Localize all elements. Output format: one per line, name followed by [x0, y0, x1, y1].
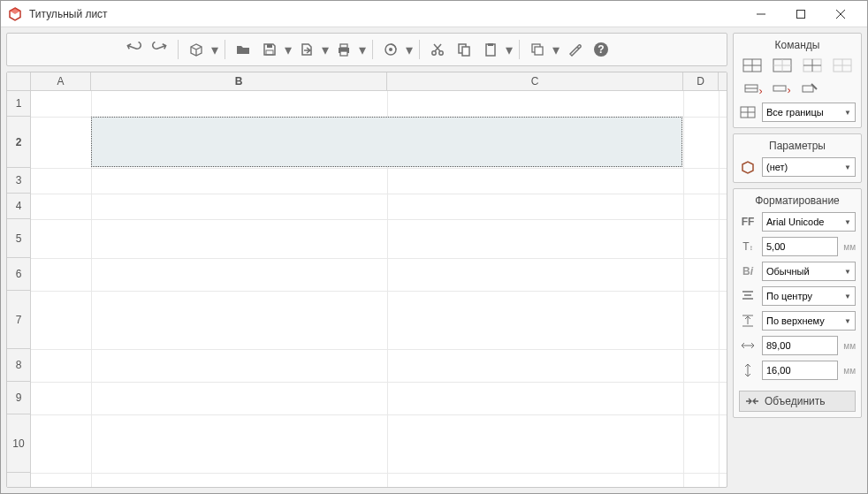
svg-rect-22: [535, 47, 543, 55]
undo-button[interactable]: [121, 37, 146, 62]
open-button[interactable]: [231, 37, 255, 62]
col-header-D[interactable]: D: [683, 72, 719, 90]
row-header-1[interactable]: 1: [7, 91, 30, 117]
text-size-unit: мм: [843, 242, 856, 252]
row-header-10[interactable]: 10: [7, 414, 30, 473]
row-header-3[interactable]: 3: [7, 168, 30, 194]
text-size-input[interactable]: 5,00: [762, 237, 838, 256]
font-select-value: Arial Unicode: [766, 217, 824, 227]
maximize-button[interactable]: [780, 1, 820, 27]
border-grid-icon: [739, 103, 757, 121]
col-header-B[interactable]: B: [91, 72, 387, 90]
halign-icon: [739, 287, 757, 305]
font-icon: FF: [739, 213, 757, 231]
delete-col-icon[interactable]: ✕: [769, 80, 794, 97]
halign-select-value: По центру: [766, 291, 812, 301]
settings-button[interactable]: [562, 37, 587, 62]
col-header-A[interactable]: A: [31, 72, 91, 90]
preview-dropdown[interactable]: ▾: [405, 37, 414, 62]
box-button[interactable]: [184, 37, 209, 62]
row-header-2[interactable]: 2: [7, 117, 30, 168]
border-none-icon[interactable]: [830, 57, 855, 74]
border-outer-icon[interactable]: [770, 57, 795, 74]
valign-select-value: По верхнему: [766, 315, 825, 326]
text-size-icon: T↕: [739, 238, 757, 255]
paste-button[interactable]: [478, 37, 503, 62]
svg-rect-10: [340, 51, 347, 56]
close-button[interactable]: [820, 1, 860, 27]
svg-rect-42: [803, 86, 813, 92]
params-select[interactable]: (нет)▼: [762, 157, 856, 177]
format-panel: Форматирование FF Arial Unicode▼ T↕ 5,00…: [733, 188, 862, 418]
row-header-4[interactable]: 4: [7, 194, 30, 219]
weight-select-value: Обычный: [766, 266, 810, 277]
row-header-7[interactable]: 7: [7, 291, 30, 349]
print-dropdown[interactable]: ▾: [358, 37, 367, 62]
row-header-6[interactable]: 6: [7, 258, 30, 291]
spreadsheet-grid[interactable]: ABCD 12345678910: [6, 72, 727, 488]
border-all-icon[interactable]: [740, 57, 765, 74]
merge-icon: [745, 396, 759, 407]
format-title: Форматирование: [739, 194, 856, 207]
delete-row-icon[interactable]: ✕: [741, 80, 765, 97]
box-dropdown[interactable]: ▾: [210, 37, 219, 62]
main-toolbar: ▾ ▾ ▾ ▾ ▾ ▾ ▾ ?: [121, 37, 613, 62]
border-inner-icon[interactable]: [800, 57, 825, 74]
selected-cell[interactable]: [91, 117, 682, 167]
params-select-value: (нет): [766, 162, 788, 172]
params-title: Параметры: [739, 140, 856, 152]
cut-button[interactable]: [425, 37, 450, 62]
svg-rect-20: [488, 43, 493, 46]
help-button[interactable]: ?: [589, 37, 613, 62]
redo-button[interactable]: [148, 37, 172, 62]
app-icon: [8, 7, 22, 21]
valign-icon: [739, 312, 757, 330]
height-value: 16,00: [766, 365, 791, 376]
width-value: 89,00: [766, 340, 791, 351]
width-icon: [739, 337, 757, 354]
export-dropdown[interactable]: ▾: [321, 37, 330, 62]
svg-point-12: [389, 48, 392, 51]
minimize-button[interactable]: [741, 1, 780, 27]
svg-marker-1: [10, 8, 20, 14]
border-select-value: Все границы: [766, 107, 824, 118]
svg-rect-3: [796, 10, 804, 18]
svg-text:✕: ✕: [758, 87, 762, 95]
svg-rect-18: [462, 47, 469, 56]
params-link-icon: [739, 158, 757, 176]
col-header-C[interactable]: C: [387, 72, 683, 90]
text-size-value: 5,00: [766, 241, 785, 252]
svg-rect-6: [267, 44, 272, 48]
width-input[interactable]: 89,00: [762, 336, 838, 355]
params-panel: Параметры (нет)▼: [733, 133, 862, 183]
row-header-5[interactable]: 5: [7, 219, 30, 258]
layers-dropdown[interactable]: ▾: [552, 37, 560, 62]
border-select[interactable]: Все границы▼: [762, 103, 856, 122]
commands-panel: Команды ✕ ✕ Все границы▼: [733, 33, 862, 128]
valign-select[interactable]: По верхнему▼: [762, 311, 856, 331]
paste-dropdown[interactable]: ▾: [505, 37, 514, 62]
height-icon: [739, 361, 757, 379]
merge-label: Объединить: [765, 395, 826, 407]
weight-select[interactable]: Обычный▼: [762, 262, 856, 281]
copy-button[interactable]: [452, 37, 476, 62]
print-button[interactable]: [331, 37, 356, 62]
height-input[interactable]: 16,00: [762, 361, 838, 380]
width-unit: мм: [843, 341, 856, 351]
svg-rect-9: [340, 44, 347, 48]
commands-title: Команды: [739, 39, 856, 51]
save-button[interactable]: [257, 37, 282, 62]
clear-cell-icon[interactable]: [797, 80, 822, 97]
font-select[interactable]: Arial Unicode▼: [762, 212, 856, 232]
grid-corner[interactable]: [7, 72, 31, 90]
save-dropdown[interactable]: ▾: [284, 37, 293, 62]
row-header-9[interactable]: 9: [7, 382, 30, 414]
export-button[interactable]: [294, 37, 319, 62]
row-header-8[interactable]: 8: [7, 349, 30, 382]
merge-button[interactable]: Объединить: [739, 391, 856, 412]
layers-button[interactable]: [525, 37, 550, 62]
preview-button[interactable]: [378, 37, 403, 62]
height-unit: мм: [843, 366, 856, 376]
bold-icon: Bi: [739, 262, 757, 280]
halign-select[interactable]: По центру▼: [762, 286, 856, 306]
